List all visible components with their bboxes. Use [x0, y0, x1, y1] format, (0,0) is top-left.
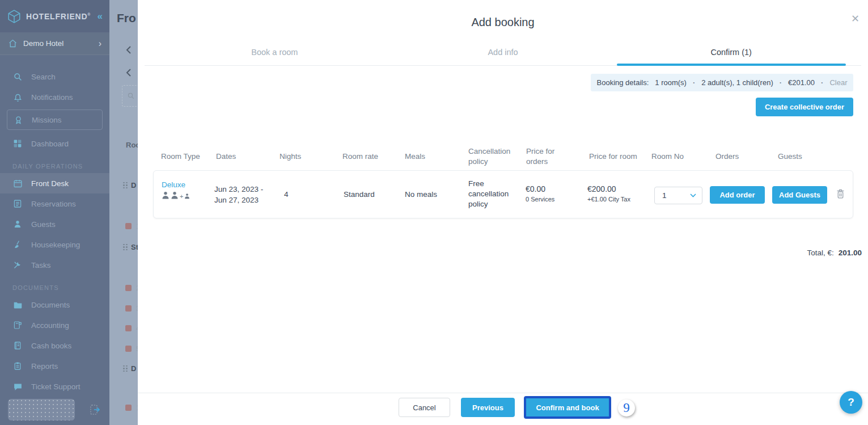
- sidebar-item-label: Front Desk: [31, 179, 69, 188]
- room-no-value: 1: [662, 191, 690, 200]
- sidebar-item-label: Documents: [31, 301, 70, 309]
- chat-icon: [12, 381, 23, 392]
- grid-icon: [12, 138, 23, 149]
- sidebar-item-label: Housekeeping: [31, 241, 80, 249]
- sidebar: HOTELFRIEND® « Demo Hotel › Search: [0, 0, 109, 425]
- add-order-button[interactable]: Add order: [710, 186, 765, 204]
- tab-add-info[interactable]: Add info: [389, 45, 617, 64]
- price-for-room-cell: €200.00 +€1.00 City Tax: [587, 184, 630, 203]
- active-tab-underline: [617, 64, 846, 66]
- room-row: 5: [125, 344, 138, 353]
- sidebar-item-reservations[interactable]: Reservations: [0, 193, 109, 214]
- booking-row: Deluxe + Jun 23, 2023 - Jun 27, 2023 4 S…: [153, 170, 853, 218]
- chevron-left-icon: [125, 45, 132, 54]
- user-name-redacted: [8, 399, 75, 420]
- room-row: 2: [125, 284, 138, 292]
- sidebar-item-missions[interactable]: Missions: [7, 110, 103, 130]
- sidebar-item-label: Reports: [31, 362, 58, 371]
- col-header-nights: Nights: [280, 141, 332, 172]
- delete-row-icon[interactable]: [836, 188, 845, 200]
- room-row: 4: [125, 324, 138, 333]
- adult-icon: [162, 191, 170, 199]
- sidebar-item-label: Missions: [32, 116, 62, 124]
- logout-icon[interactable]: [89, 403, 101, 416]
- sidebar-item-housekeeping[interactable]: Housekeeping: [0, 234, 109, 255]
- add-guests-button[interactable]: Add Guests: [772, 186, 827, 204]
- wrench-icon: [12, 260, 23, 270]
- add-booking-modal: ✕ Add booking Book a room Add info Confi…: [138, 0, 868, 425]
- room-no-select[interactable]: 1: [654, 187, 702, 204]
- sidebar-item-reports[interactable]: Reports: [0, 356, 109, 376]
- dot-separator: ·: [780, 78, 782, 87]
- sidebar-user-area: [0, 394, 109, 425]
- room-search-input: [122, 85, 138, 107]
- col-header-room-rate: Room rate: [342, 141, 395, 172]
- col-header-cancellation-policy: Cancellation policy: [468, 141, 518, 172]
- orders-price-sub: 0 Services: [526, 196, 554, 203]
- room-status-square: [125, 325, 132, 331]
- dot-separator: ·: [693, 78, 695, 87]
- sidebar-item-tasks[interactable]: Tasks: [0, 255, 109, 275]
- sidebar-item-dashboard[interactable]: Dashboard: [0, 133, 109, 154]
- hotel-name: Demo Hotel: [23, 39, 93, 48]
- cancel-button[interactable]: Cancel: [399, 398, 450, 417]
- booking-guests-count: 2 adult(s), 1 child(ren): [701, 78, 773, 87]
- footer-divider: [138, 393, 868, 393]
- room-status-square: [125, 285, 132, 291]
- sidebar-item-label: Tasks: [31, 261, 51, 270]
- meals-cell: No meals: [405, 190, 437, 199]
- sidebar-item-front-desk[interactable]: Front Desk: [0, 173, 109, 193]
- modal-title: Add booking: [138, 16, 868, 29]
- col-header-room-type: Room Type: [161, 141, 213, 172]
- sidebar-item-label: Search: [31, 73, 56, 81]
- room-price: €200.00: [587, 184, 630, 193]
- chevron-down-icon: [690, 193, 696, 197]
- create-collective-order-button[interactable]: Create collective order: [756, 98, 853, 116]
- sidebar-nav: Search Notifications Missions: [0, 55, 109, 397]
- sidebar-item-ticket-support[interactable]: Ticket Support: [0, 376, 109, 397]
- room-group-row: St: [123, 243, 138, 251]
- room-type-cell: Deluxe +: [162, 180, 190, 199]
- sidebar-item-accounting[interactable]: Accounting: [0, 315, 109, 335]
- room-type-link[interactable]: Deluxe: [162, 180, 185, 189]
- price-for-orders-cell: €0.00 0 Services: [526, 184, 554, 203]
- sidebar-item-guests[interactable]: Guests: [0, 214, 109, 234]
- room-status-square: [125, 405, 132, 411]
- total-value: 201.00: [839, 249, 862, 257]
- dot-separator: ·: [821, 78, 823, 87]
- calculator-icon: [12, 320, 23, 330]
- cancellation-policy-cell: Free cancellation policy: [468, 179, 522, 209]
- col-header-orders: Orders: [715, 141, 768, 172]
- book-icon: [12, 340, 23, 351]
- previous-button[interactable]: Previous: [461, 398, 515, 417]
- hotel-selector[interactable]: Demo Hotel ›: [0, 32, 109, 55]
- tab-confirm[interactable]: Confirm (1): [617, 45, 845, 64]
- sidebar-item-cash-books[interactable]: Cash books: [0, 335, 109, 356]
- help-button[interactable]: ?: [840, 391, 862, 414]
- dates-cell: Jun 23, 2023 - Jun 27, 2023: [214, 184, 263, 205]
- sidebar-item-search[interactable]: Search: [0, 66, 109, 87]
- room-rate-cell: Standard: [344, 190, 375, 199]
- sidebar-item-documents[interactable]: Documents: [0, 294, 109, 315]
- sidebar-item-notifications[interactable]: Notifications: [0, 87, 109, 107]
- room-price-sub: +€1.00 City Tax: [587, 196, 630, 203]
- clear-booking-link[interactable]: Clear: [829, 78, 847, 87]
- sidebar-collapse-icon[interactable]: «: [98, 11, 103, 22]
- section-title-documents: DOCUMENTS: [0, 275, 109, 294]
- hotelfriend-cube-logo-icon: [7, 9, 22, 24]
- page-title-partial: Fro: [117, 11, 136, 25]
- confirm-and-book-button[interactable]: Confirm and book: [524, 396, 611, 419]
- room-row: 1: [125, 222, 138, 230]
- room-group-row: D: [123, 181, 136, 190]
- room-group-row: D: [123, 364, 136, 373]
- sidebar-item-label: Cash books: [31, 342, 71, 350]
- home-icon: [8, 39, 18, 48]
- medal-icon: [13, 115, 23, 125]
- room-status-square: [125, 305, 132, 312]
- sidebar-item-label: Ticket Support: [31, 382, 81, 391]
- broom-icon: [12, 239, 23, 250]
- tab-book-a-room[interactable]: Book a room: [160, 45, 389, 64]
- list-icon: [12, 199, 23, 209]
- col-header-dates: Dates: [216, 141, 268, 172]
- orders-price: €0.00: [526, 184, 554, 193]
